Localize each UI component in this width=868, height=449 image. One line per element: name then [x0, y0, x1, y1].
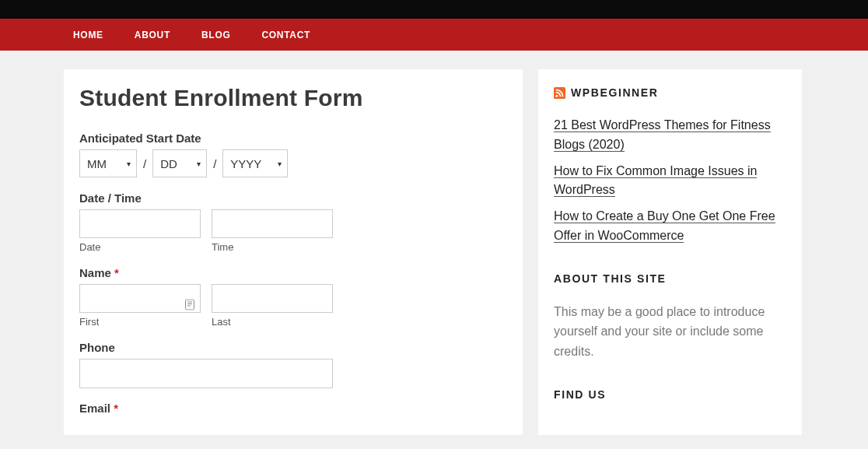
datetime-field: Date / Time Date Time — [79, 191, 507, 253]
date-separator: / — [143, 157, 146, 170]
post-list: 21 Best WordPress Themes for Fitness Blo… — [554, 116, 786, 246]
findus-widget: FIND US — [554, 388, 786, 401]
time-col: Time — [212, 209, 333, 253]
rss-icon — [554, 87, 565, 99]
year-select[interactable]: YYYY — [222, 149, 288, 177]
about-text: This may be a good place to introduce yo… — [554, 302, 786, 362]
svg-point-5 — [555, 94, 558, 96]
first-name-input[interactable] — [79, 284, 201, 313]
page-wrap: Student Enrollment Form Anticipated Star… — [0, 51, 868, 435]
phone-label: Phone — [79, 341, 507, 354]
name-row: First Last — [79, 284, 507, 328]
findus-widget-title: FIND US — [554, 388, 786, 401]
top-bar — [0, 0, 868, 19]
anticipated-start-date-field: Anticipated Start Date MM / DD / YYYY — [79, 132, 507, 177]
sidebar: WPBEGINNER 21 Best WordPress Themes for … — [538, 69, 802, 435]
name-field: Name * First Last — [79, 266, 507, 328]
phone-input[interactable] — [79, 359, 333, 388]
page-title: Student Enrollment Form — [79, 85, 507, 111]
nav-blog[interactable]: BLOG — [201, 30, 230, 40]
email-label: Email * — [79, 402, 507, 415]
nav-home[interactable]: HOME — [73, 30, 103, 40]
list-item: How to Fix Common Image Issues in WordPr… — [554, 162, 786, 201]
required-marker: * — [114, 402, 118, 415]
email-label-text: Email — [79, 402, 110, 415]
year-select-wrap: YYYY — [222, 149, 288, 177]
last-sublabel: Last — [212, 316, 333, 328]
first-sublabel: First — [79, 316, 201, 328]
phone-field: Phone — [79, 341, 507, 388]
day-select-wrap: DD — [152, 149, 207, 177]
rss-widget: WPBEGINNER 21 Best WordPress Themes for … — [554, 86, 786, 246]
rss-widget-title: WPBEGINNER — [554, 86, 786, 99]
main-content: Student Enrollment Form Anticipated Star… — [64, 69, 523, 435]
month-select-wrap: MM — [79, 149, 137, 177]
rss-title-text: WPBEGINNER — [571, 86, 658, 99]
email-field: Email * — [79, 402, 507, 415]
anticipated-start-date-label: Anticipated Start Date — [79, 132, 507, 145]
date-row: MM / DD / YYYY — [79, 149, 507, 177]
date-separator: / — [213, 157, 216, 170]
time-input[interactable] — [212, 209, 333, 238]
date-input[interactable] — [79, 209, 201, 238]
name-label: Name * — [79, 266, 507, 279]
time-sublabel: Time — [212, 241, 333, 253]
svg-rect-4 — [554, 87, 565, 99]
post-link[interactable]: How to Fix Common Image Issues in WordPr… — [554, 164, 757, 198]
name-label-text: Name — [79, 266, 111, 279]
nav-bar: HOME ABOUT BLOG CONTACT — [0, 19, 868, 51]
post-link[interactable]: How to Create a Buy One Get One Free Off… — [554, 209, 775, 243]
last-col: Last — [212, 284, 333, 328]
last-name-input[interactable] — [212, 284, 333, 313]
date-col: Date — [79, 209, 201, 253]
post-link[interactable]: 21 Best WordPress Themes for Fitness Blo… — [554, 118, 771, 152]
nav-about[interactable]: ABOUT — [135, 30, 170, 40]
date-sublabel: Date — [79, 241, 201, 253]
required-marker: * — [114, 266, 119, 279]
month-select[interactable]: MM — [79, 149, 137, 177]
datetime-label: Date / Time — [79, 191, 507, 205]
first-col: First — [79, 284, 201, 328]
list-item: 21 Best WordPress Themes for Fitness Blo… — [554, 116, 786, 155]
day-select[interactable]: DD — [152, 149, 207, 177]
list-item: How to Create a Buy One Get One Free Off… — [554, 207, 786, 246]
nav-contact[interactable]: CONTACT — [261, 30, 310, 40]
datetime-row: Date Time — [79, 209, 507, 253]
about-widget: ABOUT THIS SITE This may be a good place… — [554, 272, 786, 362]
about-widget-title: ABOUT THIS SITE — [554, 272, 786, 285]
